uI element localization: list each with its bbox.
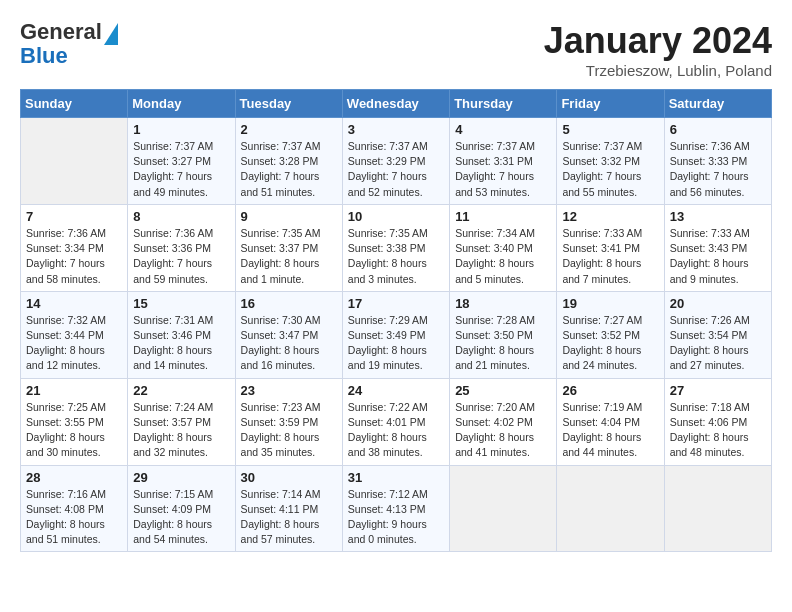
calendar-cell: 17Sunrise: 7:29 AM Sunset: 3:49 PM Dayli…: [342, 291, 449, 378]
calendar-cell: 19Sunrise: 7:27 AM Sunset: 3:52 PM Dayli…: [557, 291, 664, 378]
day-info: Sunrise: 7:14 AM Sunset: 4:11 PM Dayligh…: [241, 487, 337, 548]
calendar-cell: 18Sunrise: 7:28 AM Sunset: 3:50 PM Dayli…: [450, 291, 557, 378]
calendar-cell: 5Sunrise: 7:37 AM Sunset: 3:32 PM Daylig…: [557, 118, 664, 205]
calendar-cell: 22Sunrise: 7:24 AM Sunset: 3:57 PM Dayli…: [128, 378, 235, 465]
day-info: Sunrise: 7:37 AM Sunset: 3:27 PM Dayligh…: [133, 139, 229, 200]
day-number: 31: [348, 470, 444, 485]
day-number: 21: [26, 383, 122, 398]
day-number: 5: [562, 122, 658, 137]
calendar-cell: 26Sunrise: 7:19 AM Sunset: 4:04 PM Dayli…: [557, 378, 664, 465]
day-number: 9: [241, 209, 337, 224]
calendar-cell: 30Sunrise: 7:14 AM Sunset: 4:11 PM Dayli…: [235, 465, 342, 552]
calendar-table: SundayMondayTuesdayWednesdayThursdayFrid…: [20, 89, 772, 552]
day-number: 8: [133, 209, 229, 224]
day-info: Sunrise: 7:33 AM Sunset: 3:43 PM Dayligh…: [670, 226, 766, 287]
day-number: 23: [241, 383, 337, 398]
day-info: Sunrise: 7:15 AM Sunset: 4:09 PM Dayligh…: [133, 487, 229, 548]
day-number: 10: [348, 209, 444, 224]
calendar-cell: 7Sunrise: 7:36 AM Sunset: 3:34 PM Daylig…: [21, 204, 128, 291]
day-info: Sunrise: 7:28 AM Sunset: 3:50 PM Dayligh…: [455, 313, 551, 374]
day-number: 12: [562, 209, 658, 224]
calendar-cell: 21Sunrise: 7:25 AM Sunset: 3:55 PM Dayli…: [21, 378, 128, 465]
calendar-cell: 12Sunrise: 7:33 AM Sunset: 3:41 PM Dayli…: [557, 204, 664, 291]
weekday-header-tuesday: Tuesday: [235, 90, 342, 118]
day-info: Sunrise: 7:36 AM Sunset: 3:33 PM Dayligh…: [670, 139, 766, 200]
calendar-cell: 1Sunrise: 7:37 AM Sunset: 3:27 PM Daylig…: [128, 118, 235, 205]
day-number: 25: [455, 383, 551, 398]
day-number: 30: [241, 470, 337, 485]
day-info: Sunrise: 7:34 AM Sunset: 3:40 PM Dayligh…: [455, 226, 551, 287]
day-number: 2: [241, 122, 337, 137]
calendar-cell: 23Sunrise: 7:23 AM Sunset: 3:59 PM Dayli…: [235, 378, 342, 465]
day-number: 11: [455, 209, 551, 224]
day-number: 14: [26, 296, 122, 311]
weekday-header-row: SundayMondayTuesdayWednesdayThursdayFrid…: [21, 90, 772, 118]
calendar-cell: 3Sunrise: 7:37 AM Sunset: 3:29 PM Daylig…: [342, 118, 449, 205]
day-number: 29: [133, 470, 229, 485]
day-info: Sunrise: 7:35 AM Sunset: 3:37 PM Dayligh…: [241, 226, 337, 287]
day-info: Sunrise: 7:18 AM Sunset: 4:06 PM Dayligh…: [670, 400, 766, 461]
day-number: 4: [455, 122, 551, 137]
calendar-cell: 28Sunrise: 7:16 AM Sunset: 4:08 PM Dayli…: [21, 465, 128, 552]
calendar-cell: 27Sunrise: 7:18 AM Sunset: 4:06 PM Dayli…: [664, 378, 771, 465]
day-info: Sunrise: 7:12 AM Sunset: 4:13 PM Dayligh…: [348, 487, 444, 548]
calendar-cell: 4Sunrise: 7:37 AM Sunset: 3:31 PM Daylig…: [450, 118, 557, 205]
day-number: 24: [348, 383, 444, 398]
logo-general: General: [20, 20, 102, 44]
day-info: Sunrise: 7:37 AM Sunset: 3:32 PM Dayligh…: [562, 139, 658, 200]
day-info: Sunrise: 7:23 AM Sunset: 3:59 PM Dayligh…: [241, 400, 337, 461]
day-number: 17: [348, 296, 444, 311]
calendar-cell: 9Sunrise: 7:35 AM Sunset: 3:37 PM Daylig…: [235, 204, 342, 291]
calendar-cell: 8Sunrise: 7:36 AM Sunset: 3:36 PM Daylig…: [128, 204, 235, 291]
calendar-cell: 15Sunrise: 7:31 AM Sunset: 3:46 PM Dayli…: [128, 291, 235, 378]
day-info: Sunrise: 7:30 AM Sunset: 3:47 PM Dayligh…: [241, 313, 337, 374]
day-info: Sunrise: 7:37 AM Sunset: 3:31 PM Dayligh…: [455, 139, 551, 200]
weekday-header-thursday: Thursday: [450, 90, 557, 118]
weekday-header-saturday: Saturday: [664, 90, 771, 118]
day-info: Sunrise: 7:27 AM Sunset: 3:52 PM Dayligh…: [562, 313, 658, 374]
day-number: 7: [26, 209, 122, 224]
calendar-cell: 13Sunrise: 7:33 AM Sunset: 3:43 PM Dayli…: [664, 204, 771, 291]
day-number: 1: [133, 122, 229, 137]
calendar-cell: 31Sunrise: 7:12 AM Sunset: 4:13 PM Dayli…: [342, 465, 449, 552]
day-info: Sunrise: 7:32 AM Sunset: 3:44 PM Dayligh…: [26, 313, 122, 374]
calendar-cell: 6Sunrise: 7:36 AM Sunset: 3:33 PM Daylig…: [664, 118, 771, 205]
calendar-cell: 29Sunrise: 7:15 AM Sunset: 4:09 PM Dayli…: [128, 465, 235, 552]
location: Trzebieszow, Lublin, Poland: [544, 62, 772, 79]
day-number: 19: [562, 296, 658, 311]
day-number: 3: [348, 122, 444, 137]
day-number: 22: [133, 383, 229, 398]
day-number: 15: [133, 296, 229, 311]
day-number: 28: [26, 470, 122, 485]
day-number: 18: [455, 296, 551, 311]
logo: General Blue: [20, 20, 118, 68]
day-info: Sunrise: 7:16 AM Sunset: 4:08 PM Dayligh…: [26, 487, 122, 548]
day-number: 6: [670, 122, 766, 137]
logo-icon: [104, 23, 118, 45]
day-info: Sunrise: 7:20 AM Sunset: 4:02 PM Dayligh…: [455, 400, 551, 461]
calendar-cell: 2Sunrise: 7:37 AM Sunset: 3:28 PM Daylig…: [235, 118, 342, 205]
weekday-header-wednesday: Wednesday: [342, 90, 449, 118]
calendar-cell: 11Sunrise: 7:34 AM Sunset: 3:40 PM Dayli…: [450, 204, 557, 291]
day-number: 13: [670, 209, 766, 224]
day-info: Sunrise: 7:25 AM Sunset: 3:55 PM Dayligh…: [26, 400, 122, 461]
week-row-3: 14Sunrise: 7:32 AM Sunset: 3:44 PM Dayli…: [21, 291, 772, 378]
calendar-cell: 24Sunrise: 7:22 AM Sunset: 4:01 PM Dayli…: [342, 378, 449, 465]
weekday-header-friday: Friday: [557, 90, 664, 118]
calendar-cell: 10Sunrise: 7:35 AM Sunset: 3:38 PM Dayli…: [342, 204, 449, 291]
calendar-cell: 25Sunrise: 7:20 AM Sunset: 4:02 PM Dayli…: [450, 378, 557, 465]
page-header: General Blue January 2024 Trzebieszow, L…: [20, 20, 772, 79]
week-row-1: 1Sunrise: 7:37 AM Sunset: 3:27 PM Daylig…: [21, 118, 772, 205]
day-info: Sunrise: 7:22 AM Sunset: 4:01 PM Dayligh…: [348, 400, 444, 461]
day-number: 26: [562, 383, 658, 398]
day-info: Sunrise: 7:35 AM Sunset: 3:38 PM Dayligh…: [348, 226, 444, 287]
calendar-cell: [21, 118, 128, 205]
day-info: Sunrise: 7:36 AM Sunset: 3:36 PM Dayligh…: [133, 226, 229, 287]
calendar-cell: 14Sunrise: 7:32 AM Sunset: 3:44 PM Dayli…: [21, 291, 128, 378]
day-number: 16: [241, 296, 337, 311]
day-info: Sunrise: 7:37 AM Sunset: 3:28 PM Dayligh…: [241, 139, 337, 200]
calendar-cell: 20Sunrise: 7:26 AM Sunset: 3:54 PM Dayli…: [664, 291, 771, 378]
week-row-4: 21Sunrise: 7:25 AM Sunset: 3:55 PM Dayli…: [21, 378, 772, 465]
weekday-header-monday: Monday: [128, 90, 235, 118]
day-number: 20: [670, 296, 766, 311]
